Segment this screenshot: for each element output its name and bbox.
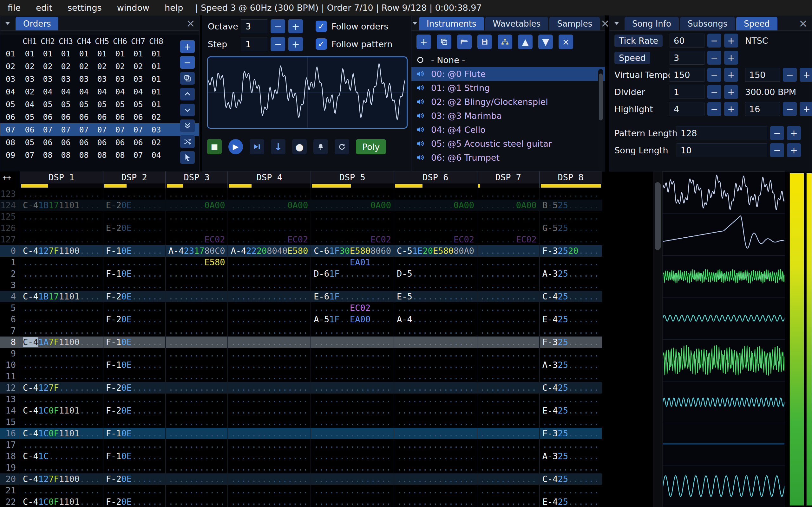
pattern-cell[interactable]: C-41A7F1100.... — [20, 337, 103, 348]
pattern-row[interactable]: 6...............F-20E...................… — [0, 314, 602, 325]
order-cell[interactable]: 07 — [129, 125, 147, 134]
order-cell[interactable]: 05 — [75, 100, 93, 109]
pattern-row[interactable]: 1.................................E580..… — [0, 257, 602, 268]
order-cell[interactable]: 02 — [147, 112, 165, 122]
pattern-length-increase-button[interactable]: + — [787, 126, 801, 140]
pattern-cell[interactable]: ........... — [477, 245, 539, 257]
order-cell[interactable]: 06 — [75, 138, 93, 147]
pattern-cell[interactable]: ........... — [165, 291, 228, 302]
pattern-cell[interactable]: ........... — [103, 257, 165, 268]
scrollbar-thumb[interactable] — [599, 73, 603, 120]
open-instrument-button[interactable] — [457, 35, 472, 49]
pattern-cell[interactable]: ........... — [539, 462, 602, 473]
pattern-cell[interactable]: ........... — [165, 473, 228, 485]
order-cell[interactable]: 01 — [93, 49, 111, 58]
pattern-cell[interactable]: ........... — [165, 188, 228, 200]
virtual-tempo-num-decrease-button[interactable]: − — [707, 68, 721, 82]
order-cell[interactable]: 01 — [75, 49, 93, 58]
duplicate-order-end-button[interactable] — [180, 119, 195, 132]
pattern-cell[interactable]: ............... — [394, 405, 477, 416]
expand-channels-button[interactable]: ++ — [0, 171, 20, 183]
pattern-cell[interactable]: ............... — [20, 359, 103, 371]
tab-orders[interactable]: Orders — [15, 17, 58, 31]
pattern-cell[interactable]: ............... — [227, 279, 310, 291]
order-change-mode-button[interactable] — [180, 135, 195, 148]
pattern-cell[interactable]: ............... — [310, 371, 394, 382]
order-cell[interactable]: 04 — [93, 87, 111, 96]
pattern-cell[interactable]: A-325...... — [539, 268, 602, 279]
channel-header[interactable]: DSP 5 — [310, 171, 394, 183]
order-cell[interactable]: 08 — [93, 151, 111, 160]
pattern-cell[interactable]: ............... — [310, 485, 394, 496]
pattern-cell[interactable]: ........... — [103, 485, 165, 496]
order-row[interactable]: 090708080808080704 — [0, 149, 199, 161]
highlight-second-input[interactable]: 16 — [745, 102, 780, 116]
pattern-cell[interactable]: ............... — [394, 371, 477, 382]
instrument-item[interactable]: 01: @1 String — [411, 81, 605, 95]
pattern-row[interactable]: 9.......................................… — [0, 348, 602, 359]
pattern-cell[interactable]: E-425...... — [539, 314, 602, 325]
pattern-cell[interactable]: ............... — [20, 416, 103, 428]
move-order-up-button[interactable] — [180, 88, 195, 101]
pattern-cell[interactable]: ........... — [477, 451, 539, 462]
octave-increase-button[interactable]: + — [288, 19, 303, 33]
channel-header[interactable]: DSP 7 — [477, 171, 539, 183]
pattern-cell[interactable]: ...........0A00 — [394, 200, 477, 211]
order-cell[interactable]: 05 — [93, 100, 111, 109]
tab-speed[interactable]: Speed — [736, 17, 777, 31]
order-row[interactable]: 040204040404040401 — [0, 85, 199, 98]
pattern-row[interactable]: 15......................................… — [0, 416, 602, 428]
pattern-cell[interactable]: ............... — [310, 451, 394, 462]
pattern-cell[interactable]: ............... — [20, 234, 103, 245]
pattern-cell[interactable]: ........... — [539, 325, 602, 337]
pattern-row[interactable]: 8C-41A7F1100....F-10E...................… — [0, 337, 602, 348]
order-cell[interactable]: 02 — [147, 138, 165, 147]
pattern-cell[interactable]: ........... — [165, 211, 228, 222]
pattern-cell[interactable]: ........... — [477, 485, 539, 496]
tick-rate-input[interactable]: 60 — [670, 34, 705, 48]
pattern-row[interactable]: 18C-41C..........F-10E..................… — [0, 451, 602, 462]
pattern-cell[interactable]: ........... — [539, 188, 602, 200]
pattern-cell[interactable]: E-20E...... — [103, 222, 165, 234]
pattern-cell[interactable]: ............... — [227, 211, 310, 222]
pattern-cell[interactable]: ........... — [165, 371, 228, 382]
order-cell[interactable]: 05 — [129, 100, 147, 109]
pattern-cell[interactable]: ........... — [477, 211, 539, 222]
order-row[interactable]: 060506060606060602 — [0, 111, 199, 123]
virtual-tempo-numerator-input[interactable]: 150 — [670, 68, 705, 82]
pattern-row[interactable]: 12C-4127F........F-20E..................… — [0, 382, 602, 394]
pattern-cell[interactable]: ............... — [227, 496, 310, 507]
order-cell[interactable]: 05 — [20, 112, 39, 122]
order-row[interactable]: 020202020202020201 — [0, 60, 199, 72]
pattern-cell[interactable]: ........... — [103, 394, 165, 405]
pattern-cell[interactable]: ............... — [227, 257, 310, 268]
order-cell[interactable]: 02 — [93, 62, 111, 71]
order-cell[interactable]: 02 — [57, 62, 75, 71]
order-cell[interactable]: 07 — [39, 125, 57, 134]
octave-input[interactable]: 3 — [241, 19, 267, 33]
pattern-cell[interactable]: G-525...... — [539, 222, 602, 234]
step-decrease-button[interactable]: − — [270, 37, 285, 51]
add-order-button[interactable]: + — [180, 40, 195, 53]
pattern-cell[interactable]: ........... — [539, 211, 602, 222]
pattern-row[interactable]: 14C-41C0F1101....F-20E..................… — [0, 405, 602, 416]
pattern-cell[interactable]: ........... — [539, 234, 602, 245]
pattern-cell[interactable]: F-325...... — [539, 337, 602, 348]
pattern-cell[interactable]: ........... — [103, 211, 165, 222]
pattern-cell[interactable]: ........... — [103, 371, 165, 382]
pattern-row[interactable]: 17......................................… — [0, 439, 602, 451]
pattern-cell[interactable]: ........... — [103, 279, 165, 291]
pattern-cell[interactable]: ........... — [477, 473, 539, 485]
pattern-cell[interactable]: F-20E...... — [103, 405, 165, 416]
remove-order-button[interactable]: − — [180, 56, 195, 69]
follow-pattern-checkbox[interactable]: ✓ — [316, 38, 327, 50]
pattern-cell[interactable]: ............... — [310, 405, 394, 416]
pattern-row[interactable]: 123.....................................… — [0, 188, 602, 200]
pattern-cell[interactable]: .......EC02 — [165, 234, 228, 245]
pattern-cell[interactable]: ............... — [227, 405, 310, 416]
pattern-cell[interactable]: ........... — [477, 314, 539, 325]
tick-rate-decrease-button[interactable]: − — [707, 34, 721, 48]
tab-list-icon[interactable] — [411, 16, 418, 31]
pattern-row[interactable]: 20C-4127F1100....F-20E..................… — [0, 473, 602, 485]
pattern-cell[interactable]: A-51F..EA00.... — [310, 314, 394, 325]
